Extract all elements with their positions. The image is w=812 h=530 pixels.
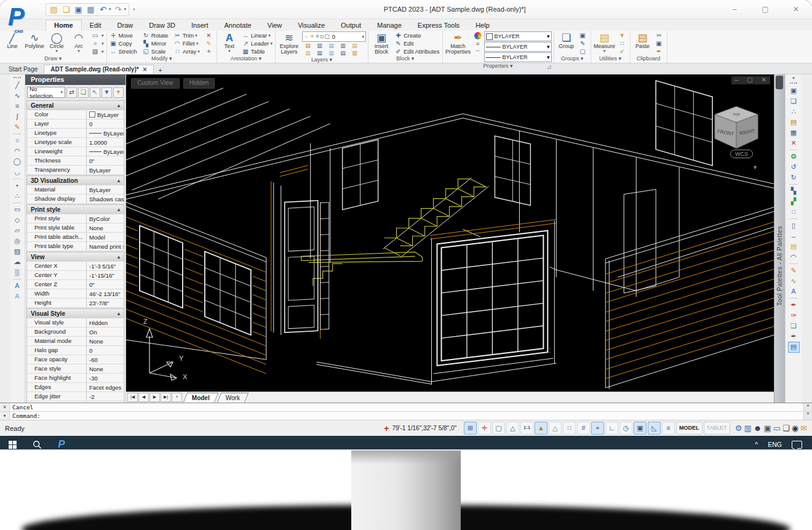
menu-tab-visualize[interactable]: Visualize [290,20,333,31]
mirror-button[interactable]: ▚Mirror [141,39,169,47]
viewport-minimize-icon[interactable]: – [735,76,739,84]
panel-caption-draw[interactable]: Draw ▾ [2,55,105,63]
tab-close-icon[interactable]: ✕ [143,66,148,73]
table-button[interactable]: ▦Table [241,47,273,55]
paste-block-icon[interactable]: ▤ [788,117,799,127]
edit-spline-icon[interactable]: ∿ [788,276,799,286]
settings-gear-icon[interactable]: ⚙ [735,422,742,434]
property-value[interactable]: ByColor [86,214,124,223]
view-cube-menu-icon[interactable]: ▼ [752,164,758,171]
point-icon[interactable]: • [12,180,23,191]
stretch-tool-icon[interactable]: ↔ [788,231,799,241]
group-button[interactable]: ❏ Group [556,31,577,55]
property-value[interactable]: ByLayer [86,110,124,119]
explode-tool-icon[interactable]: ❏ [788,321,799,331]
block-create-button[interactable]: ✚Create [394,31,440,39]
panel-caption-clipboard[interactable]: Clipboard [632,55,665,63]
save-icon[interactable]: ▣ [73,4,84,15]
toolbar-grip[interactable] [14,77,21,78]
undo-icon-dropdown[interactable]: ▾ [109,7,111,12]
panel-caption-block[interactable]: Block ▾ [370,55,440,63]
line-icon[interactable]: ╱ [12,80,23,90]
block-edit-button[interactable]: ✎Edit [394,39,440,47]
grid-display-icon[interactable]: ✛ [478,422,491,435]
property-value[interactable]: Model [86,233,124,241]
id-point-icon[interactable]: ∷ [618,39,628,47]
property-value[interactable]: On [86,327,124,336]
measure-button[interactable]: ▤ Measure▾ [593,31,616,55]
group-tool-icon[interactable]: ❏ [788,96,799,106]
rotate-ccw-icon[interactable]: ↺ [788,162,799,172]
isometric-drafting-icon[interactable]: ∷ [563,422,576,435]
color-filter-icon[interactable]: ▼ [113,87,124,98]
visual-style-label[interactable]: Hidden [183,78,215,89]
prev-layout-icon[interactable]: ◀ [138,393,149,402]
donut-icon[interactable]: ◎ [12,236,23,246]
panel-caption-utilities[interactable]: Utilities ▾ [593,55,628,63]
dynamic-input-icon[interactable]: + [591,422,604,435]
menu-tab-draw[interactable]: Draw [109,20,141,31]
property-value[interactable]: 23'-7/8" [86,299,124,307]
display-tray-icon[interactable]: ▭ [773,422,781,434]
clipboard-tray-icon[interactable]: ▣ [764,422,771,434]
polygon-icon[interactable]: ◇ [12,215,23,225]
select-objects-icon[interactable]: ↖ [90,87,100,98]
menu-tab-annotate[interactable]: Annotate [217,20,260,31]
section-3d-visualization[interactable]: 3D Visualization▴ [26,175,124,185]
menu-tab-manage[interactable]: Manage [369,20,410,31]
tablet-button[interactable]: TABLET [704,422,730,435]
property-value[interactable]: ByLayer [86,147,124,156]
layer-lock-icon[interactable]: ◘ [320,33,324,41]
search-button[interactable] [25,436,49,449]
quick-calc-icon[interactable]: ✓ [618,47,628,55]
circle-icon[interactable]: ○ [12,135,23,146]
mail-tray-icon[interactable]: ✉ [800,422,807,434]
undo-icon[interactable]: ↶ [98,4,108,15]
redraw-icon[interactable]: ❂ [788,151,799,162]
minimize-icon[interactable]: – [730,5,739,14]
restore-icon[interactable]: ▢ [760,5,770,14]
marker-icon[interactable]: ✒ [788,300,799,310]
group-select-icon[interactable]: ▢ [578,47,589,55]
menu-tab-edit[interactable]: Edit [82,20,109,31]
snap-mode-icon[interactable]: ⊞ [464,422,477,435]
layer-previous-icon[interactable]: ▤ [325,42,337,49]
property-value[interactable]: -1'-15/16" [86,271,124,279]
cut-icon[interactable]: ✂ [655,31,665,39]
add-layout-icon[interactable]: + [172,393,182,402]
windows-tray-icon[interactable]: ❏ [782,422,790,434]
start-button[interactable] [0,436,25,449]
menu-tab-view[interactable]: View [260,20,290,31]
marker-alt-icon[interactable]: ✑ [788,310,799,321]
set-bylayer-icon[interactable]: ✎ [204,39,215,47]
multiline-icon[interactable]: ≡ [12,101,23,111]
property-value[interactable]: ByLayer [86,185,124,194]
region-icon[interactable]: ▱ [12,225,23,236]
workspace-icon[interactable]: ▥ [744,422,752,434]
scale-button[interactable]: ◱Scale [141,47,169,55]
ellipse-icon[interactable]: ◯ [12,156,23,167]
property-value[interactable]: Facet edges [86,383,124,391]
ungroup-icon[interactable]: ✎ [578,39,589,47]
save-as-icon[interactable]: ▦ [86,4,96,15]
property-value[interactable]: -30 [86,374,124,382]
last-layout-icon[interactable]: ▶| [161,393,171,402]
filter-icon[interactable]: ▼ [102,87,112,98]
copy-tool-icon[interactable]: ▣ [788,86,799,96]
grid-icon[interactable]: # [577,422,590,435]
arc-button[interactable]: ◠ Arc▾ [68,31,89,55]
first-layout-icon[interactable]: |◀ [127,393,138,402]
linetype-icon[interactable]: ┄ [473,47,483,55]
rotate-button[interactable]: ↻Rotate [141,31,169,39]
section-view[interactable]: View▴ [26,252,124,262]
view-label[interactable]: Custom View [131,78,180,89]
property-value[interactable]: -2 [86,392,124,401]
ruler-icon[interactable]: ▤ [788,241,799,252]
viewport-close-icon[interactable]: ✕ [762,76,766,84]
property-value[interactable]: 0 [86,346,124,355]
paste-special-icon[interactable]: ✒ [655,47,665,55]
menu-tab-output[interactable]: Output [333,20,369,31]
layer-dropdown[interactable]: ☼☀❄◘▢ 0 ▾ [302,31,366,42]
text-button[interactable]: A Text▾ [219,31,240,55]
notifications-icon[interactable] [792,441,802,449]
